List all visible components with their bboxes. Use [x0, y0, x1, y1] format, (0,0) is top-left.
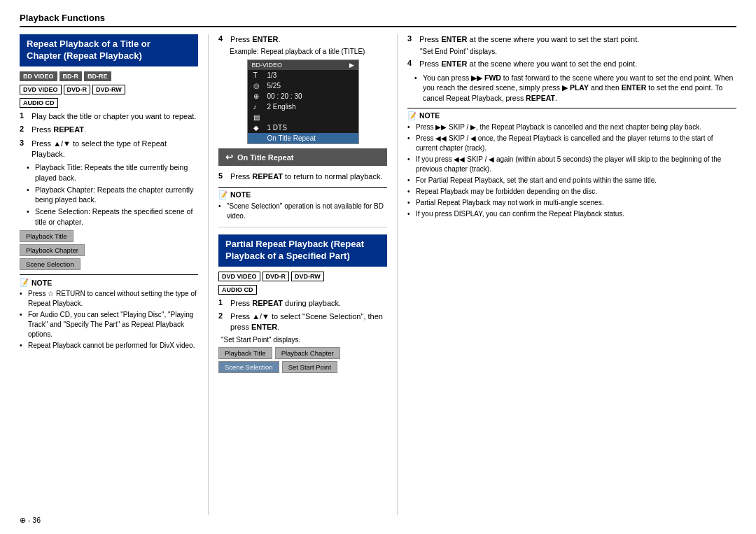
menu-row-dts: ◆1 DTS	[248, 122, 358, 133]
note-icon-left: 📝	[20, 278, 29, 287]
right-bullet-fwd: You can press ▶▶ FWD to fast forward to …	[414, 73, 736, 104]
badge-dvd-rw: DVD-RW	[92, 85, 125, 94]
partial-badges-row1: DVD VIDEO DVD-R DVD-RW	[218, 272, 387, 281]
note-icon-right: 📝	[407, 111, 416, 120]
ui-btn-row-2: Playback Chapter	[20, 244, 198, 256]
partial-ui-buttons: Playback Title Playback Chapter Scene Se…	[218, 347, 387, 373]
note-item-right-4: For Partial Repeat Playback, set the sta…	[407, 176, 736, 185]
partial-step-1: 1 Press REPEAT during playback.	[218, 298, 387, 309]
step-3: 3 Press ▲/▼ to select the type of Repeat…	[20, 139, 198, 160]
note-box-mid: 📝 NOTE "Scene Selection" operation is no…	[218, 187, 387, 221]
badge-audio-cd: AUDIO CD	[20, 98, 58, 108]
page: Playback Functions Repeat Playback of a …	[0, 0, 756, 534]
partial-section: Partial Repeat Playback (Repeat Playback…	[218, 234, 387, 373]
note-item-2: For Audio CD, you can select "Playing Di…	[20, 310, 198, 339]
partial-section-title: Partial Repeat Playback (Repeat Playback…	[218, 234, 387, 267]
mid-divider	[218, 227, 387, 227]
menu-row-audio: ♪2 English	[248, 101, 358, 112]
partial-badge-dvd-r: DVD-R	[262, 272, 290, 281]
menu-screenshot: BD-VIDEO ▶ T1/3 ◎5/25 ⊕00 : 20 : 30 ♪2 E…	[247, 59, 359, 144]
partial-step-2: 2 Press ▲/▼ to select "Scene Selection",…	[218, 311, 387, 333]
btn-playback-title: Playback Title	[20, 230, 74, 242]
note-item-right-2: Press ◀◀ SKIP / ◀ once, the Repeat Playb…	[407, 134, 736, 153]
right-step3-sub: "Set End Point" displays.	[420, 48, 736, 55]
col-mid: 4 Press ENTER. Example: Repeat playback …	[209, 34, 398, 515]
bullet-playback-title: Playback Title: Repeats the title curren…	[27, 162, 198, 183]
step-2: 2 Press REPEAT.	[20, 125, 198, 135]
partial-ui-btn-row-1: Playback Title Playback Chapter	[218, 347, 387, 359]
format-badges-row1: BD VIDEO BD-R BD-RE	[20, 71, 198, 81]
bullet-playback-chapter: Playback Chapter: Repeats the chapter cu…	[27, 185, 198, 205]
note-item-right-1: Press ▶▶ SKIP / ▶, the Repeat Playback i…	[407, 122, 736, 132]
partial-badge-audio-cd: AUDIO CD	[218, 285, 257, 295]
menu-header: BD-VIDEO ▶	[248, 60, 358, 70]
right-step-3: 3 Press ENTER at the scene where you wan…	[407, 34, 736, 45]
page-footer: ⊕ - 36	[20, 516, 41, 524]
badge-dvd-video: DVD VIDEO	[20, 85, 62, 94]
btn-playback-chapter: Playback Chapter	[20, 244, 85, 256]
repeat-type-bullets: Playback Title: Repeats the title curren…	[27, 162, 198, 227]
partial-btn-title: Playback Title	[218, 347, 272, 359]
partial-btn-start: Set Start Point	[282, 361, 337, 373]
ui-btn-row-1: Playback Title	[20, 230, 198, 242]
example-text: Example: Repeat playback of a title (TIT…	[230, 48, 387, 55]
badge-bd-re: BD-RE	[84, 71, 111, 81]
badge-bd-r: BD-R	[59, 71, 83, 81]
right-step-4: 4 Press ENTER at the scene where you wan…	[407, 59, 736, 69]
page-number: ⊕ - 36	[20, 516, 41, 524]
step-1: 1 Play back the title or chapter you wan…	[20, 111, 198, 122]
page-header: Playback Functions	[20, 13, 736, 27]
format-badges-row3: AUDIO CD	[20, 98, 198, 108]
on-title-bar: ↩ On Title Repeat	[218, 148, 387, 166]
badge-dvd-r: DVD-R	[64, 85, 91, 94]
partial-badges-row2: AUDIO CD	[218, 285, 387, 295]
partial-sub-note: "Set Start Point" displays.	[221, 336, 387, 344]
note-item-right-3: If you press ◀◀ SKIP / ◀ again (within a…	[407, 155, 736, 174]
partial-btn-chapter: Playback Chapter	[275, 347, 340, 359]
note-item-3: Repeat Playback cannot be performed for …	[20, 341, 198, 351]
main-grid: Repeat Playback of a Title or Chapter (R…	[20, 34, 736, 515]
menu-row-on-title: On Title Repeat	[248, 133, 358, 143]
menu-row-subtitle: ▤	[248, 112, 358, 122]
note-item-1: Press ☆ RETURN to cancel without setting…	[20, 289, 198, 309]
partial-badge-dvd-video: DVD VIDEO	[218, 272, 260, 281]
menu-row-chapter: ◎5/25	[248, 80, 358, 91]
on-title-icon: ↩	[225, 152, 233, 162]
note-box-left: 📝 NOTE Press ☆ RETURN to cancel without …	[20, 274, 198, 351]
mid-step-4: 4 Press ENTER.	[218, 34, 387, 45]
partial-ui-btn-row-2: Scene Selection Set Start Point	[218, 361, 387, 373]
note-icon-mid: 📝	[218, 190, 227, 199]
menu-row-title: T1/3	[248, 70, 358, 80]
menu-row-time: ⊕00 : 20 : 30	[248, 91, 358, 101]
note-item-right-5: Repeat Playback may be forbidden dependi…	[407, 187, 736, 197]
col-right: 3 Press ENTER at the scene where you wan…	[398, 34, 736, 515]
note-box-right: 📝 NOTE Press ▶▶ SKIP / ▶, the Repeat Pla…	[407, 108, 736, 219]
note-item-right-6: Partial Repeat Playback may not work in …	[407, 198, 736, 208]
page-title: Playback Functions	[20, 13, 105, 23]
btn-scene-selection: Scene Selection	[20, 258, 80, 270]
partial-btn-scene: Scene Selection	[218, 361, 279, 373]
ui-btn-row-3: Scene Selection	[20, 258, 198, 270]
repeat-section-title: Repeat Playback of a Title or Chapter (R…	[20, 34, 198, 66]
format-badges-row2: DVD VIDEO DVD-R DVD-RW	[20, 85, 198, 94]
col-left: Repeat Playback of a Title or Chapter (R…	[20, 34, 209, 515]
note-title-mid: 📝 NOTE	[218, 190, 387, 199]
repeat-type-ui-buttons: Playback Title Playback Chapter Scene Se…	[20, 230, 198, 270]
note-item-right-7: If you press DISPLAY, you can confirm th…	[407, 209, 736, 219]
mid-step-5: 5 Press REPEAT to return to normal playb…	[218, 171, 387, 182]
note-title-left: 📝 NOTE	[20, 278, 198, 287]
partial-badge-dvd-rw: DVD-RW	[291, 272, 324, 281]
badge-bd-video: BD VIDEO	[20, 71, 57, 81]
right-step4-bullets: You can press ▶▶ FWD to fast forward to …	[414, 73, 736, 104]
note-title-right: 📝 NOTE	[407, 111, 736, 120]
note-item-mid-1: "Scene Selection" operation is not avail…	[218, 202, 387, 221]
bullet-scene-selection: Scene Selection: Repeats the specified s…	[27, 206, 198, 227]
